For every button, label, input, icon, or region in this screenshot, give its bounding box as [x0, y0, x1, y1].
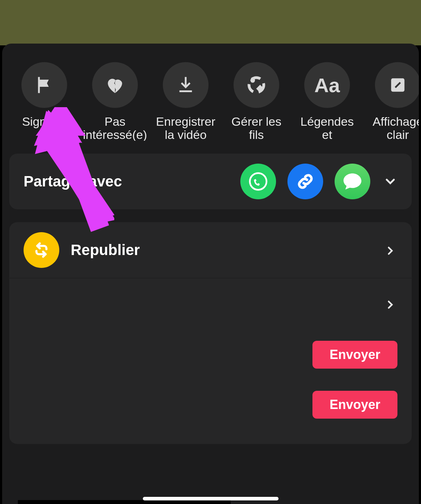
share-sms[interactable] — [335, 164, 370, 199]
share-copy-link[interactable] — [287, 164, 323, 199]
captions-icon: Aa — [304, 62, 350, 108]
expand-share[interactable] — [383, 170, 397, 193]
action-not-interested[interactable]: Pas intéressé(e) — [86, 62, 144, 141]
clear-display-icon — [375, 62, 419, 108]
action-save-video[interactable]: Enregistrer la vidéo — [157, 62, 214, 141]
send-button[interactable]: Envoyer — [312, 391, 397, 419]
flag-icon — [21, 62, 67, 108]
share-title: Partager avec — [24, 173, 229, 190]
repost-row[interactable]: Republier — [9, 222, 412, 278]
repost-icon — [24, 232, 59, 268]
chevron-right-icon — [383, 293, 397, 316]
manage-feeds-icon — [234, 62, 279, 108]
send-row-1: Envoyer — [9, 330, 412, 380]
share-row: Partager avec — [9, 154, 412, 209]
home-indicator — [143, 497, 279, 500]
preview-row[interactable] — [9, 278, 412, 330]
download-icon — [163, 62, 209, 108]
video-thumbnail[interactable] — [18, 500, 231, 504]
action-label: Pas intéressé(e) — [83, 115, 147, 141]
action-label: Affichage clair — [372, 115, 419, 141]
chevron-down-icon — [383, 174, 397, 189]
action-label: Signaler — [22, 115, 67, 141]
action-label: Gérer les fils d'actualité — [228, 115, 285, 141]
chevron-right-icon — [383, 239, 397, 262]
share-card: Partager avec — [9, 154, 412, 209]
send-card: Republier Envoyer Envoyer — [9, 222, 412, 444]
svg-point-4 — [250, 173, 267, 190]
action-clear-display[interactable]: Affichage clair — [369, 62, 419, 141]
action-label: Enregistrer la vidéo — [156, 115, 215, 141]
whatsapp-icon — [248, 171, 268, 191]
share-sheet: Signaler Pas intéressé(e) Enregistrer la… — [2, 44, 419, 504]
action-captions[interactable]: Aa Légendes et traductions — [299, 62, 356, 141]
broken-heart-icon — [92, 62, 138, 108]
share-whatsapp[interactable] — [240, 164, 276, 199]
sms-icon — [342, 171, 363, 192]
link-icon — [295, 171, 315, 191]
send-row-2: Envoyer — [9, 380, 412, 430]
send-button[interactable]: Envoyer — [312, 341, 397, 369]
repost-label: Republier — [71, 241, 383, 259]
action-row: Signaler Pas intéressé(e) Enregistrer la… — [2, 62, 419, 141]
action-label: Légendes et traductions — [297, 115, 357, 141]
svg-point-1 — [250, 78, 255, 83]
action-report[interactable]: Signaler — [16, 62, 73, 141]
action-manage-feeds[interactable]: Gérer les fils d'actualité — [228, 62, 285, 141]
